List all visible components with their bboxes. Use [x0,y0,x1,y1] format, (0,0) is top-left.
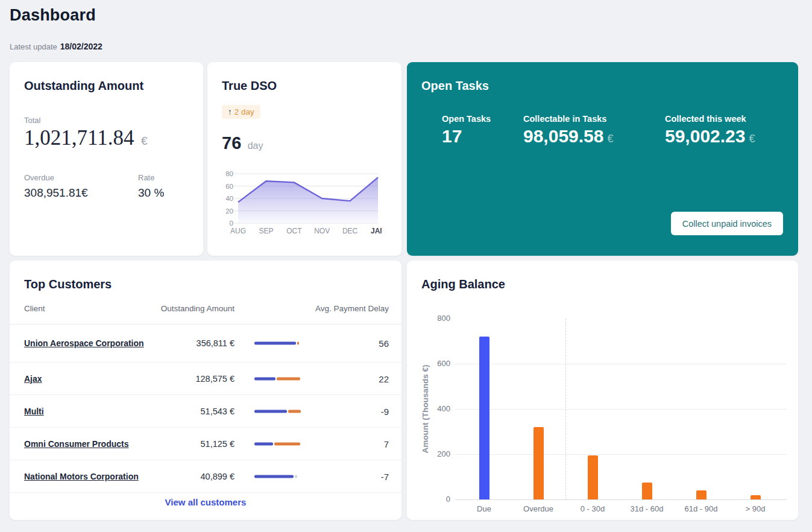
delay-bar-blue [254,377,275,380]
x-axis-category: 31d - 60d [618,504,676,513]
latest-update: Latest update18/02/2022 [10,42,102,51]
svg-text:JAN: JAN [371,227,382,235]
delay-bar-orange [288,410,301,413]
table-row: National Motors Corporation 40,899 € -7 [10,460,401,493]
top-customers-card: Top Customers Client Outstanding Amount … [10,261,401,520]
delay-bar-orange [297,342,299,345]
total-amount-currency: € [141,135,148,147]
open-tasks-card-title: Open Tasks [421,79,489,93]
dso-trend-badge: ↑ 2 day [222,105,260,119]
collect-unpaid-invoices-button[interactable]: Collect unpaid invoices [671,212,783,235]
view-all-customers-link[interactable]: View all customers [165,497,247,507]
delay-bar-blue [254,342,296,345]
rate-label: Rate [138,173,154,182]
outstanding-card-title: Outstanding Amount [24,79,143,93]
open-tasks-stat: Open Tasks 17 [442,114,491,147]
svg-text:40: 40 [225,195,233,202]
y-axis-tick: 200 [424,449,450,458]
aging-bar-0-30d [588,455,598,499]
overdue-label: Overdue [24,173,54,182]
table-row: Union Aerospace Corporation 356,811 € 56 [10,325,401,363]
table-row: Ajax 128,575 € 22 [10,363,401,395]
collected-week-stat: Collected this week 59,002.23€ [665,114,755,147]
dso-value: 76 [222,133,241,153]
customer-delay: 56 [323,338,389,349]
aging-bar-Due [479,337,489,499]
top-customers-rows: Union Aerospace Corporation 356,811 € 56… [10,325,401,493]
svg-text:SEP: SEP [259,227,273,235]
x-axis-category: 61d - 90d [672,504,730,513]
aging-bar-Overdue [533,427,544,499]
gridline [455,454,787,455]
svg-text:20: 20 [225,207,233,215]
top-customers-card-title: Top Customers [24,277,112,291]
svg-text:NOV: NOV [314,227,330,235]
customer-name-link[interactable]: Multi [24,407,44,416]
delay-bar-orange [295,475,297,478]
customer-amount: 356,811 € [100,338,234,348]
page-title: Dashboard [10,6,96,25]
x-axis-category: > 90d [726,504,784,513]
dso-badge-text: 2 day [234,107,254,116]
column-header-client: Client [24,304,45,313]
y-axis-tick: 0 [424,495,450,504]
collectable-stat-currency: € [607,133,613,145]
aging-balance-chart: 0200400600800DueOverdue0 - 30d31d - 60d6… [407,261,798,520]
open-tasks-card: Open Tasks Open Tasks 17 Collectable in … [407,62,798,256]
delay-bar-orange [274,442,300,445]
customer-amount: 51,125 € [100,439,234,449]
table-row: Multi 51,543 € -9 [10,395,401,428]
aging-bar-90d [751,495,761,500]
collected-week-stat-value: 59,002.23 [665,126,745,146]
total-amount-value: 1,021,711.84 [24,126,134,150]
table-row: Omni Consumer Products 51,125 € 7 [10,428,401,460]
customer-delay: 7 [323,439,389,449]
total-label: Total [24,116,40,125]
delay-bar-blue [254,475,294,478]
payment-delay-bar [254,410,301,413]
x-axis-category: Overdue [509,504,567,513]
latest-update-date: 18/02/2022 [60,42,102,51]
column-header-delay: Avg. Payment Delay [275,304,389,313]
svg-text:60: 60 [225,183,233,190]
collectable-stat-label: Collectable in Tasks [523,114,613,124]
rate-value: 30 % [138,186,164,200]
dso-unit: day [248,141,263,151]
customer-delay: 22 [323,373,389,384]
dso-trend-chart: 020406080AUGSEPOCTNOVDECJAN [218,169,382,236]
svg-text:DEC: DEC [342,227,358,235]
open-tasks-stat-label: Open Tasks [442,114,491,124]
customer-amount: 128,575 € [100,374,234,384]
svg-text:AUG: AUG [230,227,246,235]
collectable-stat-value: 98,059.58 [523,126,603,146]
delay-bar-blue [254,410,287,413]
aging-balance-card: Aging Balance Amount (Thousands €) 02004… [407,261,798,520]
true-dso-card: True DSO ↑ 2 day 76 day 020406080AUGSEPO… [207,62,401,256]
y-axis-tick: 400 [424,404,450,413]
column-header-amount: Outstanding Amount [100,304,234,313]
customer-amount: 40,899 € [100,472,234,481]
outstanding-amount-card: Outstanding Amount Total 1,021,711.84 € … [10,62,203,256]
gridline [455,409,787,410]
payment-delay-bar [254,342,301,345]
open-tasks-stat-value: 17 [442,126,462,146]
top-customers-table-header: Client Outstanding Amount Avg. Payment D… [10,304,401,325]
customer-delay: -7 [323,471,389,481]
svg-text:OCT: OCT [286,227,302,235]
overdue-value: 308,951.81€ [24,186,88,200]
x-axis-category: 0 - 30d [564,504,622,513]
collected-week-stat-label: Collected this week [665,114,755,124]
customer-delay: -9 [323,406,389,416]
aging-bar-31d-60d [642,483,652,499]
gridline [455,364,787,364]
y-axis-tick: 600 [424,359,450,368]
true-dso-card-title: True DSO [222,79,277,93]
payment-delay-bar [254,442,301,445]
x-axis-category: Due [455,504,513,513]
payment-delay-bar [254,377,301,380]
arrow-up-icon: ↑ [228,107,232,116]
customer-name-link[interactable]: Ajax [24,374,42,384]
payment-delay-bar [254,475,301,478]
aging-bar-61d-90d [696,490,707,499]
x-axis-line [455,499,787,500]
